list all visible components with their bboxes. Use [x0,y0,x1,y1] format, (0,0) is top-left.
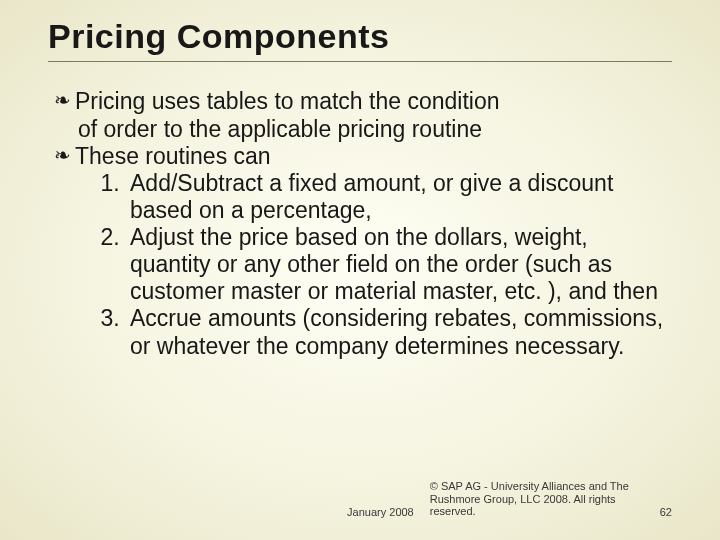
slide-title: Pricing Components [48,18,672,55]
title-divider [48,61,672,62]
bullet-1-lead: Pricing [75,88,145,114]
bullet-glyph-icon: ❧ [54,88,71,113]
slide: Pricing Components ❧ Pricing uses tables… [0,0,720,540]
list-item: Add/Subtract a fixed amount, or give a d… [126,170,672,224]
footer-date: January 2008 [347,506,414,518]
bullet-2-lead: These [75,143,139,169]
list-item: Accrue amounts (considering rebates, com… [126,305,672,359]
bullet-1-text: Pricing uses tables to match the conditi… [75,88,672,115]
bullet-2: ❧ These routines can [54,143,672,170]
slide-body: ❧ Pricing uses tables to match the condi… [48,88,672,359]
bullet-glyph-icon: ❧ [54,143,71,168]
bullet-1-continuation: of order to the applicable pricing routi… [54,116,672,143]
bullet-1-rest: uses tables to match the condition [145,88,499,114]
bullet-2-text: These routines can [75,143,672,170]
slide-footer: January 2008 © SAP AG - University Allia… [0,480,720,518]
footer-copyright: © SAP AG - University Alliances and The … [430,480,630,518]
bullet-2-rest: routines can [139,143,271,169]
bullet-1: ❧ Pricing uses tables to match the condi… [54,88,672,115]
footer-page-number: 62 [660,506,672,518]
list-item: Adjust the price based on the dollars, w… [126,224,672,305]
numbered-list: Add/Subtract a fixed amount, or give a d… [54,170,672,360]
